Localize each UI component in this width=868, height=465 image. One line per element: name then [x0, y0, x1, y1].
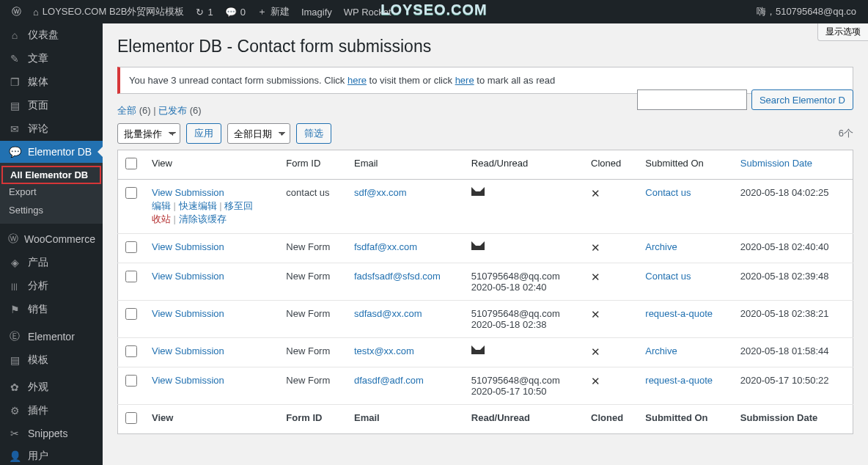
view-submission-link[interactable]: View Submission	[152, 375, 224, 386]
sidebar-item[interactable]: ▤模板	[0, 348, 103, 372]
notice-visit-link[interactable]: here	[347, 75, 367, 86]
screen-options-button[interactable]: 显示选项	[817, 23, 868, 41]
sidebar-item[interactable]: ⫼分析	[0, 274, 103, 298]
sidebar-item[interactable]: ✂Snippets	[0, 422, 103, 444]
sidebar-sub-item[interactable]: Settings	[0, 201, 103, 219]
items-count: 6个	[839, 127, 853, 140]
wprocket-link[interactable]: WP Rocket	[338, 0, 397, 23]
close-icon: ✕	[591, 375, 600, 387]
menu-icon: ⚑	[7, 304, 22, 315]
edit-link[interactable]: 编辑	[152, 200, 171, 211]
wp-logo-icon[interactable]: ⓦ	[6, 0, 27, 23]
trash-link[interactable]: 收站	[152, 213, 171, 224]
cell-form-id: contact us	[279, 180, 347, 234]
menu-icon: ▤	[7, 354, 22, 366]
new-content-link[interactable]: ＋新建	[251, 0, 295, 23]
sidebar-item-elementor-db[interactable]: 💬 Elementor DB	[0, 141, 103, 163]
submitted-on-link[interactable]: Archive	[645, 345, 677, 356]
row-checkbox[interactable]	[125, 271, 137, 282]
notice-markread-link[interactable]: here	[455, 75, 474, 86]
search-button[interactable]: Search Elementor D	[751, 89, 853, 110]
email-link[interactable]: sdf@xx.com	[354, 187, 407, 198]
sidebar-sub-item[interactable]: All Elementor DB	[1, 166, 101, 184]
account-link[interactable]: 嗨，510795648@qq.co	[751, 0, 862, 23]
comments-link[interactable]: 💬0	[219, 0, 251, 23]
submitted-on-link[interactable]: Contact us	[645, 271, 691, 282]
sidebar-item[interactable]: ✉评论	[0, 117, 103, 141]
sidebar-item[interactable]: ✎文章	[0, 47, 103, 70]
cell-form-id: New Form	[279, 367, 347, 405]
submitted-on-link[interactable]: request-a-quote	[645, 375, 713, 386]
menu-icon: ✂	[7, 428, 22, 439]
sidebar-item[interactable]: ⚙插件	[0, 399, 103, 422]
table-row: View SubmissionNew Formdfasdf@adf.com510…	[118, 367, 853, 405]
cell-form-id: New Form	[279, 234, 347, 263]
row-checkbox[interactable]	[125, 308, 137, 320]
row-checkbox[interactable]	[125, 241, 137, 253]
row-checkbox[interactable]	[125, 187, 137, 199]
refresh-icon: ↻	[196, 7, 204, 18]
move-link[interactable]: 移至回	[224, 200, 253, 211]
sidebar-item[interactable]: 👤用户	[0, 444, 103, 465]
sidebar-item[interactable]: ⒺElementor	[0, 325, 103, 348]
sidebar-item[interactable]: ⌂仪表盘	[0, 23, 103, 47]
col-email: Email	[347, 150, 464, 180]
filter-published-link[interactable]: 已发布	[158, 105, 187, 116]
row-checkbox[interactable]	[125, 375, 137, 387]
filter-all-link[interactable]: 全部	[117, 105, 136, 116]
sidebar-item[interactable]: ❐媒体	[0, 70, 103, 94]
close-icon: ✕	[591, 308, 600, 321]
sidebar-item-label: Elementor DB	[28, 146, 92, 158]
email-link[interactable]: fadsfsadf@sfsd.com	[354, 271, 441, 282]
updates-link[interactable]: ↻1	[190, 0, 218, 23]
row-checkbox[interactable]	[125, 345, 137, 357]
email-link[interactable]: sdfasd@xx.com	[354, 308, 422, 319]
imagify-link[interactable]: Imagify	[295, 0, 338, 23]
submitted-on-link[interactable]: request-a-quote	[645, 308, 713, 319]
email-link[interactable]: dfasdf@adf.com	[354, 375, 424, 386]
search-input[interactable]	[637, 89, 747, 110]
bulk-apply-button[interactable]: 应用	[186, 123, 221, 144]
sidebar-item-label: 文章	[28, 52, 48, 65]
close-icon: ✕	[591, 345, 600, 358]
date-filter-select[interactable]: 全部日期	[227, 123, 290, 144]
sidebar-item[interactable]: ◈产品	[0, 251, 103, 274]
email-link[interactable]: fsdfaf@xx.com	[354, 241, 417, 252]
sidebar-item-label: 插件	[28, 404, 48, 417]
view-submission-link[interactable]: View Submission	[152, 345, 224, 356]
sidebar-item[interactable]: ▤页面	[0, 94, 103, 117]
view-submission-link[interactable]: View Submission	[152, 187, 224, 198]
sidebar-item[interactable]: ⚑销售	[0, 298, 103, 321]
sidebar-sub-item[interactable]: Export	[0, 183, 103, 201]
menu-icon: ✎	[7, 53, 22, 65]
menu-icon: ⓦ	[7, 232, 18, 246]
cell-date: 2020-05-18 01:58:44	[733, 338, 853, 367]
sidebar-item-label: 分析	[28, 279, 48, 293]
quick-edit-link[interactable]: 快速编辑	[179, 200, 217, 211]
sidebar-item[interactable]: ⓦWooCommerce	[0, 227, 103, 251]
plus-icon: ＋	[257, 5, 267, 18]
menu-icon: ⫼	[7, 280, 22, 292]
sidebar-item-label: 模板	[28, 354, 48, 367]
sidebar-item[interactable]: ✿外观	[0, 376, 103, 399]
select-all-checkbox-bottom[interactable]	[125, 412, 137, 424]
col-submission-date[interactable]: Submission Date	[733, 150, 853, 180]
filter-button[interactable]: 筛选	[296, 123, 331, 144]
bulk-action-select[interactable]: 批量操作	[117, 123, 180, 144]
close-icon: ✕	[591, 187, 600, 199]
sidebar-item-label: 媒体	[28, 76, 48, 89]
select-all-checkbox[interactable]	[125, 158, 137, 169]
sidebar-item-label: 外观	[28, 381, 48, 394]
email-link[interactable]: testx@xx.com	[354, 345, 414, 356]
view-submission-link[interactable]: View Submission	[152, 308, 224, 319]
submitted-on-link[interactable]: Archive	[645, 241, 677, 252]
sidebar-item-label: 产品	[28, 256, 48, 269]
site-name-link[interactable]: ⌂LOYSEO.COM B2B外贸网站模板	[27, 0, 190, 23]
submitted-on-link[interactable]: Contact us	[645, 187, 691, 198]
view-submission-link[interactable]: View Submission	[152, 241, 224, 252]
menu-icon: Ⓔ	[7, 330, 22, 343]
view-submission-link[interactable]: View Submission	[152, 271, 224, 282]
col-view: View	[144, 150, 279, 180]
col-read: Read/Unread	[464, 150, 584, 180]
purge-cache-link[interactable]: 清除该缓存	[179, 213, 227, 224]
